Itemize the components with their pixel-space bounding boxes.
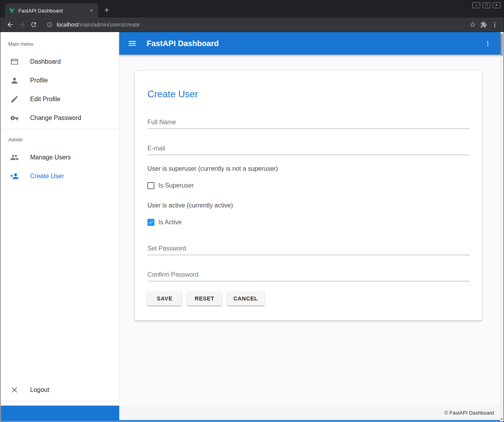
app-bar: FastAPI Dashboard bbox=[119, 32, 500, 55]
sidebar: Main menu Dashboard Profile Edit Profile bbox=[0, 32, 119, 422]
tab-title: FastAPI Dashboard bbox=[18, 8, 88, 14]
sidebar-item-profile[interactable]: Profile bbox=[0, 71, 119, 90]
back-icon[interactable] bbox=[4, 19, 16, 30]
full-name-input[interactable] bbox=[147, 119, 470, 129]
active-checkbox[interactable] bbox=[147, 219, 154, 226]
active-hint: User is active (currently active) bbox=[147, 201, 470, 210]
person-add-icon bbox=[10, 172, 19, 181]
scrollbar-down-arrow-icon[interactable] bbox=[500, 418, 503, 420]
window-close-button[interactable]: × bbox=[493, 2, 500, 8]
browser-toolbar: localhost/main/admin/users/create bbox=[0, 18, 504, 32]
sidebar-item-dashboard[interactable]: Dashboard bbox=[0, 52, 119, 71]
appbar-menu-icon[interactable] bbox=[484, 40, 491, 47]
sidebar-caption-main-menu: Main menu bbox=[0, 35, 119, 52]
address-bar[interactable]: localhost/main/admin/users/create bbox=[43, 19, 466, 30]
url-path: /main/admin/users/create bbox=[78, 21, 140, 28]
copyright-text: © FastAPI Dashboard bbox=[444, 410, 494, 416]
create-user-card: Create User User is superuser (currently… bbox=[135, 71, 482, 320]
people-icon bbox=[10, 153, 19, 162]
email-input[interactable] bbox=[147, 145, 470, 155]
sidebar-item-edit-profile[interactable]: Edit Profile bbox=[0, 90, 119, 109]
new-tab-button[interactable]: + bbox=[101, 5, 112, 16]
set-password-field bbox=[147, 245, 470, 255]
browser-menu-icon[interactable] bbox=[491, 21, 498, 28]
tab-strip: FastAPI Dashboard × + – □ × bbox=[0, 0, 504, 18]
window-minimize-button[interactable]: – bbox=[472, 2, 480, 8]
site-info-icon[interactable] bbox=[47, 21, 53, 28]
page-scrollbar[interactable] bbox=[500, 32, 503, 421]
dashboard-icon bbox=[10, 57, 19, 66]
pencil-icon bbox=[10, 95, 19, 104]
footer-panel: © FastAPI Dashboard bbox=[119, 406, 500, 420]
scrollbar-thumb[interactable] bbox=[500, 33, 503, 56]
toolbar-right-icons bbox=[469, 21, 500, 28]
reload-icon[interactable] bbox=[28, 19, 39, 30]
sidebar-divider bbox=[0, 129, 119, 129]
sidebar-item-label: Dashboard bbox=[30, 58, 61, 65]
superuser-checkbox-row[interactable]: Is Superuser bbox=[147, 181, 470, 190]
sidebar-item-label: Profile bbox=[30, 77, 48, 84]
url-text: localhost/main/admin/users/create bbox=[57, 21, 140, 28]
close-x-icon bbox=[10, 386, 19, 394]
form-actions: SAVE RESET CANCEL bbox=[147, 291, 470, 306]
superuser-checkbox[interactable] bbox=[147, 182, 154, 189]
forward-icon[interactable] bbox=[16, 19, 28, 30]
checkmark-icon bbox=[148, 220, 154, 225]
sidebar-divider bbox=[0, 401, 119, 401]
full-name-field bbox=[147, 119, 470, 129]
cancel-button[interactable]: CANCEL bbox=[227, 291, 264, 306]
sidebar-spacer bbox=[0, 186, 119, 381]
superuser-hint: User is superuser (currently is not a su… bbox=[147, 165, 470, 173]
app-body: Main menu Dashboard Profile Edit Profile bbox=[0, 32, 504, 422]
confirm-password-input[interactable] bbox=[147, 271, 470, 281]
sidebar-item-logout[interactable]: Logout bbox=[0, 381, 119, 399]
key-icon bbox=[10, 114, 19, 122]
sidebar-caption-admin: Admin bbox=[0, 131, 119, 148]
active-checkbox-label[interactable]: Is Active bbox=[158, 219, 182, 226]
extensions-icon[interactable] bbox=[480, 21, 487, 28]
email-field bbox=[147, 145, 470, 155]
save-button[interactable]: SAVE bbox=[147, 291, 182, 306]
sidebar-item-label: Edit Profile bbox=[30, 96, 60, 103]
appbar-title: FastAPI Dashboard bbox=[147, 39, 219, 48]
sidebar-item-manage-users[interactable]: Manage Users bbox=[0, 148, 119, 167]
sidebar-item-change-password[interactable]: Change Password bbox=[0, 109, 119, 127]
content-area: Create User User is superuser (currently… bbox=[119, 55, 500, 422]
confirm-password-field bbox=[147, 271, 470, 281]
window-controls: – □ × bbox=[472, 2, 500, 8]
main-column: FastAPI Dashboard Create User User is su… bbox=[119, 32, 500, 422]
browser-tab[interactable]: FastAPI Dashboard × bbox=[5, 4, 98, 18]
site-favicon-icon bbox=[9, 7, 15, 14]
superuser-checkbox-label[interactable]: Is Superuser bbox=[158, 182, 194, 189]
app-footer: © FastAPI Dashboard bbox=[1, 406, 500, 421]
active-checkbox-row[interactable]: Is Active bbox=[147, 218, 470, 227]
tab-close-icon[interactable]: × bbox=[88, 7, 95, 14]
hamburger-menu-icon[interactable] bbox=[129, 40, 138, 47]
person-icon bbox=[10, 76, 19, 85]
window-maximize-button[interactable]: □ bbox=[482, 2, 490, 8]
sidebar-item-create-user[interactable]: Create User bbox=[0, 167, 119, 186]
sidebar-item-label: Change Password bbox=[30, 114, 81, 122]
page-title: Create User bbox=[147, 88, 470, 100]
bookmark-star-icon[interactable] bbox=[469, 21, 476, 28]
set-password-input[interactable] bbox=[147, 245, 470, 255]
browser-window: FastAPI Dashboard × + – □ × localhost/ma… bbox=[0, 0, 504, 422]
sidebar-item-label: Manage Users bbox=[30, 154, 71, 161]
sidebar-item-label: Create User bbox=[30, 173, 64, 180]
reset-button[interactable]: RESET bbox=[187, 291, 222, 306]
sidebar-item-label: Logout bbox=[30, 386, 49, 393]
url-host: localhost bbox=[57, 21, 78, 28]
